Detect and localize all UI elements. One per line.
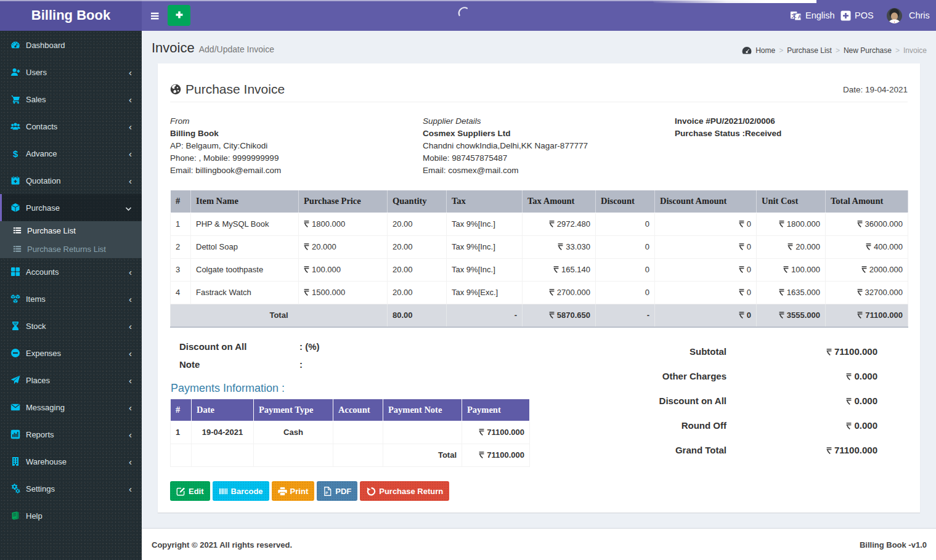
svg-text:$: $ [13, 148, 18, 158]
svg-text:文: 文 [791, 12, 796, 18]
svg-text:A: A [798, 14, 802, 20]
svg-text:P: P [325, 490, 328, 494]
